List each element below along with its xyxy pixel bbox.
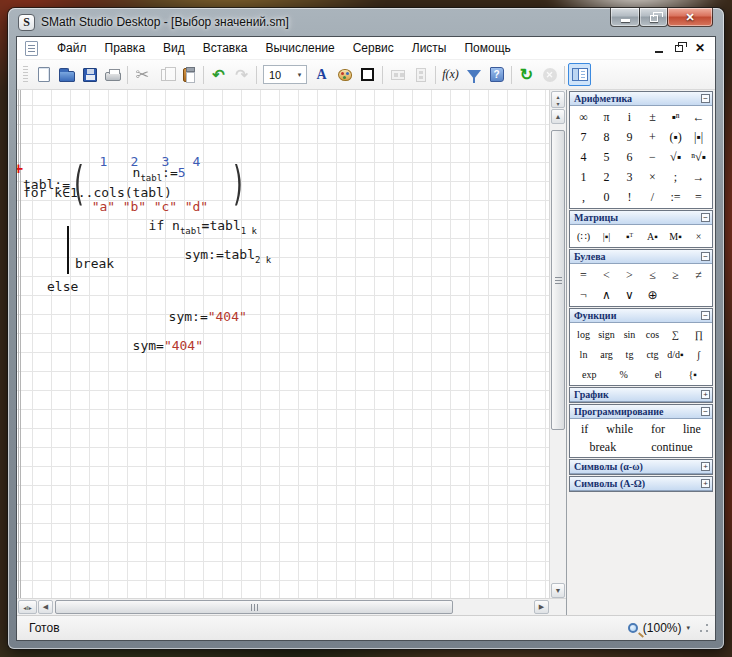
panel-symbols-upper-header[interactable]: Символы (А-Ω) + xyxy=(570,477,712,491)
worksheet-canvas[interactable]: tabl:=( 1234 "a""b""c""d" ) ntabl:=5 xyxy=(17,90,549,598)
collapse-icon[interactable]: − xyxy=(701,407,710,416)
palette-button[interactable]: d/d▪ xyxy=(664,344,687,364)
menu-item[interactable]: Листы xyxy=(403,38,456,58)
panel-programming-header[interactable]: Программирование − xyxy=(570,405,712,419)
redo-button[interactable]: ↷ xyxy=(230,63,253,86)
palette-button[interactable]: ± xyxy=(641,107,664,127)
palette-button[interactable]: − xyxy=(641,147,664,167)
palette-button[interactable]: = xyxy=(687,187,710,207)
scroll-left-button[interactable]: ◀ xyxy=(38,600,53,614)
palette-button[interactable]: while xyxy=(602,420,637,438)
palette-button[interactable]: , xyxy=(572,187,595,207)
side-panel-toggle-button[interactable] xyxy=(568,63,591,86)
align-vertical-button[interactable] xyxy=(409,63,432,86)
minimize-button[interactable] xyxy=(610,8,640,27)
palette-button[interactable]: 8 xyxy=(595,127,618,147)
interrupt-button[interactable]: ✕ xyxy=(538,63,561,86)
formula-else[interactable]: else xyxy=(47,279,78,294)
font-color-button[interactable]: A xyxy=(310,63,333,86)
background-color-button[interactable] xyxy=(333,63,356,86)
palette-button[interactable]: / xyxy=(641,187,664,207)
menu-item[interactable]: Правка xyxy=(96,38,155,58)
palette-button[interactable]: π xyxy=(595,107,618,127)
horizontal-scroll-track[interactable] xyxy=(53,600,534,614)
palette-button[interactable]: arg xyxy=(595,344,618,364)
palette-button[interactable]: tg xyxy=(618,344,641,364)
palette-button[interactable]: ∏ xyxy=(687,324,710,344)
palette-button[interactable]: (▪) xyxy=(664,127,687,147)
maximize-button[interactable] xyxy=(639,8,668,27)
paste-button[interactable] xyxy=(177,63,200,86)
mdi-close-icon[interactable]: ✕ xyxy=(695,42,705,54)
palette-button[interactable]: A▪ xyxy=(641,226,664,246)
palette-button[interactable]: → xyxy=(687,167,710,187)
splitter-handle[interactable]: ▴▾ xyxy=(551,91,565,108)
chevron-down-icon[interactable]: ▾ xyxy=(293,71,306,79)
palette-button[interactable]: ∑ xyxy=(664,324,687,344)
menu-item[interactable]: Файл xyxy=(48,38,96,58)
palette-button[interactable]: 2 xyxy=(595,167,618,187)
insert-function-button[interactable]: f(x) xyxy=(439,63,462,86)
palette-button[interactable]: (∷) xyxy=(572,226,595,246)
palette-button[interactable]: % xyxy=(607,364,642,384)
palette-button[interactable]: ln xyxy=(572,344,595,364)
collapse-icon[interactable]: − xyxy=(701,94,710,103)
open-file-button[interactable] xyxy=(55,63,78,86)
panel-symbols-lower-header[interactable]: Символы (α-ω) + xyxy=(570,460,712,474)
undo-button[interactable]: ↶ xyxy=(207,63,230,86)
panel-functions-header[interactable]: Функции − xyxy=(570,309,712,323)
palette-button[interactable]: > xyxy=(618,265,641,285)
palette-button[interactable]: cos xyxy=(641,324,664,344)
collapse-icon[interactable]: − xyxy=(701,311,710,320)
expand-icon[interactable]: + xyxy=(701,479,710,488)
scroll-up-button[interactable]: ▲ xyxy=(551,109,565,124)
palette-button[interactable]: continue xyxy=(647,438,696,456)
palette-button[interactable]: = xyxy=(572,265,595,285)
mdi-restore-icon[interactable] xyxy=(675,45,683,52)
panel-boolean-header[interactable]: Булева − xyxy=(570,250,712,264)
save-button[interactable] xyxy=(78,63,101,86)
palette-button[interactable]: break xyxy=(586,438,621,456)
palette-button[interactable]: ⊕ xyxy=(641,285,664,305)
scroll-right-button[interactable]: ▶ xyxy=(534,600,549,614)
mdi-minimize-icon[interactable] xyxy=(655,51,663,53)
palette-button[interactable]: ∞ xyxy=(572,107,595,127)
menu-item[interactable]: Вставка xyxy=(194,38,257,58)
cut-button[interactable]: ✂ xyxy=(131,63,154,86)
zoom-level[interactable]: (100%) xyxy=(643,621,682,635)
palette-button[interactable]: |▪| xyxy=(687,127,710,147)
palette-button[interactable]: ∧ xyxy=(595,285,618,305)
close-button[interactable]: ✕ xyxy=(667,8,713,27)
filter-button[interactable] xyxy=(462,63,485,86)
palette-button[interactable]: 0 xyxy=(595,187,618,207)
print-button[interactable] xyxy=(101,63,124,86)
menu-item[interactable]: Сервис xyxy=(344,38,403,58)
palette-button[interactable]: log xyxy=(572,324,595,344)
palette-button[interactable]: √▪ xyxy=(664,147,687,167)
expand-icon[interactable]: + xyxy=(701,390,710,399)
vertical-scroll-thumb[interactable] xyxy=(551,130,565,430)
panel-arithmetic-header[interactable]: Арифметика − xyxy=(570,92,712,106)
palette-button[interactable]: ≥ xyxy=(664,265,687,285)
palette-button[interactable]: ∨ xyxy=(618,285,641,305)
palette-button[interactable]: ▪ᵀ xyxy=(618,226,641,246)
palette-button[interactable]: {▪ xyxy=(676,364,711,384)
recalculate-button[interactable]: ↻ xyxy=(515,63,538,86)
document-icon[interactable] xyxy=(25,41,38,56)
reference-book-button[interactable]: ? xyxy=(485,63,508,86)
formula-break[interactable]: break xyxy=(75,256,114,271)
palette-button[interactable]: × xyxy=(687,226,710,246)
menu-item[interactable]: Вычисление xyxy=(256,38,343,58)
palette-button[interactable]: 5 xyxy=(595,147,618,167)
palette-button[interactable]: sin xyxy=(618,324,641,344)
palette-button[interactable]: 9 xyxy=(618,127,641,147)
panel-plot-header[interactable]: График + xyxy=(570,388,712,402)
palette-button[interactable]: 1 xyxy=(572,167,595,187)
palette-button[interactable]: := xyxy=(664,187,687,207)
palette-button[interactable]: 3 xyxy=(618,167,641,187)
palette-button[interactable]: if xyxy=(577,420,592,438)
vertical-scroll-track[interactable] xyxy=(551,124,565,583)
palette-button[interactable]: ▪ⁿ xyxy=(664,107,687,127)
palette-button[interactable]: × xyxy=(641,167,664,187)
palette-button[interactable]: ; xyxy=(664,167,687,187)
